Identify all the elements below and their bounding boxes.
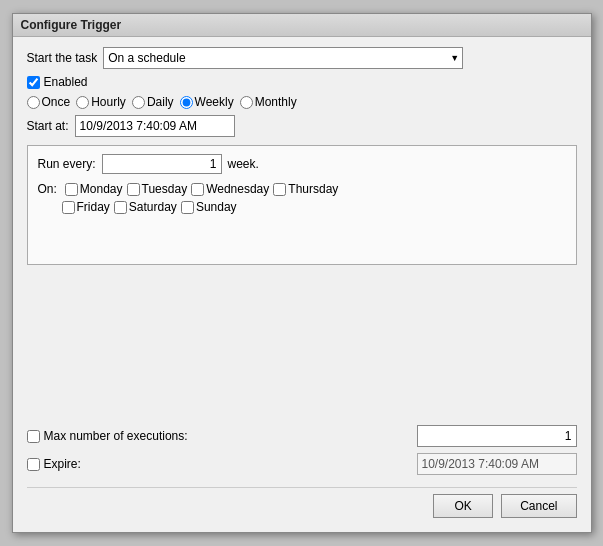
friday-checkbox[interactable] [62, 201, 75, 214]
thursday-checkbox[interactable] [273, 183, 286, 196]
run-every-unit: week. [228, 157, 259, 171]
expire-input[interactable] [417, 453, 577, 475]
enabled-checkbox[interactable] [27, 76, 40, 89]
radio-once-label[interactable]: Once [27, 95, 71, 109]
max-executions-label: Max number of executions: [44, 429, 188, 443]
radio-daily[interactable] [132, 96, 145, 109]
cancel-button[interactable]: Cancel [501, 494, 576, 518]
sunday-checkbox[interactable] [181, 201, 194, 214]
run-every-input[interactable] [102, 154, 222, 174]
dialog-title: Configure Trigger [13, 14, 591, 37]
monday-checkbox-label[interactable]: Monday [65, 182, 123, 196]
radio-monthly[interactable] [240, 96, 253, 109]
wednesday-checkbox[interactable] [191, 183, 204, 196]
configure-trigger-dialog: Configure Trigger Start the task On a sc… [12, 13, 592, 533]
wednesday-checkbox-label[interactable]: Wednesday [191, 182, 269, 196]
max-executions-checkbox[interactable] [27, 430, 40, 443]
radio-hourly-label[interactable]: Hourly [76, 95, 126, 109]
radio-hourly[interactable] [76, 96, 89, 109]
thursday-checkbox-label[interactable]: Thursday [273, 182, 338, 196]
start-task-label: Start the task [27, 51, 98, 65]
start-at-input[interactable]: 10/9/2013 7:40:09 AM [75, 115, 235, 137]
start-task-dropdown[interactable]: On a schedule [103, 47, 463, 69]
radio-once[interactable] [27, 96, 40, 109]
radio-weekly[interactable] [180, 96, 193, 109]
tuesday-checkbox-label[interactable]: Tuesday [127, 182, 188, 196]
monday-checkbox[interactable] [65, 183, 78, 196]
on-label: On: [38, 182, 57, 196]
tuesday-checkbox[interactable] [127, 183, 140, 196]
radio-monthly-label[interactable]: Monthly [240, 95, 297, 109]
expire-checkbox[interactable] [27, 458, 40, 471]
radio-weekly-label[interactable]: Weekly [180, 95, 234, 109]
sunday-checkbox-label[interactable]: Sunday [181, 200, 237, 214]
enabled-label: Enabled [44, 75, 88, 89]
start-at-label: Start at: [27, 119, 69, 133]
schedule-settings-box: Run every: week. On: Monday Tuesday Wedn… [27, 145, 577, 265]
radio-daily-label[interactable]: Daily [132, 95, 174, 109]
saturday-checkbox-label[interactable]: Saturday [114, 200, 177, 214]
ok-button[interactable]: OK [433, 494, 493, 518]
expire-label: Expire: [44, 457, 81, 471]
run-every-label: Run every: [38, 157, 96, 171]
friday-checkbox-label[interactable]: Friday [62, 200, 110, 214]
saturday-checkbox[interactable] [114, 201, 127, 214]
max-executions-input[interactable] [417, 425, 577, 447]
